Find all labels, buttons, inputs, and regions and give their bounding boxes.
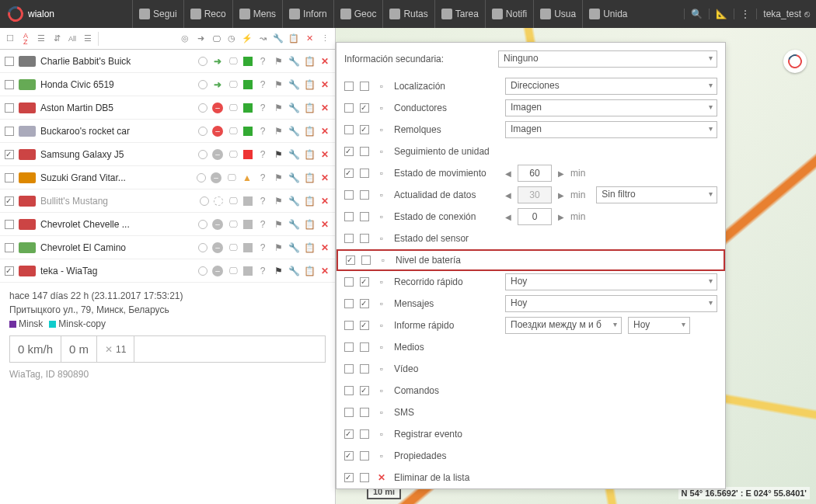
unit-row[interactable]: Honda Civic 6519➜🖵?⚑🔧📋✕	[0, 73, 335, 96]
checkbox-1[interactable]	[344, 473, 354, 482]
checkbox-2[interactable]	[360, 386, 369, 395]
checkbox-1[interactable]	[344, 169, 354, 178]
locate-icon[interactable]	[198, 150, 207, 159]
unit-row[interactable]: Chevrolet El Camino–🖵?⚑🔧📋✕	[0, 236, 335, 259]
nav-rutas[interactable]: Rutas	[382, 0, 434, 28]
nav-segui[interactable]: Segui	[132, 0, 183, 28]
question-icon[interactable]: ?	[257, 242, 268, 253]
all-button[interactable]: All	[65, 32, 79, 46]
checkbox-1[interactable]	[344, 364, 354, 374]
increase-button[interactable]: ▶	[558, 213, 564, 221]
tb-arrow-icon[interactable]: ➜	[194, 32, 207, 46]
unit-row[interactable]: Chevrolet Chevelle ...–🖵?⚑🔧📋✕	[0, 213, 335, 236]
wrench-icon[interactable]: 🔧	[288, 103, 299, 113]
screen-icon[interactable]: 🖵	[228, 56, 239, 67]
checkbox-2[interactable]	[360, 364, 369, 374]
nav-tarea[interactable]: Tarea	[434, 0, 485, 28]
screen-icon[interactable]: 🖵	[228, 126, 239, 137]
locate-icon[interactable]	[198, 220, 207, 229]
checkbox-1[interactable]	[344, 147, 354, 156]
checkbox-2[interactable]	[360, 147, 369, 156]
wrench-icon[interactable]: 🔧	[288, 56, 299, 67]
flag-icon[interactable]: ⚑	[273, 103, 284, 113]
unit-checkbox[interactable]	[5, 127, 14, 136]
locate-icon[interactable]	[198, 80, 207, 89]
checkbox-1[interactable]	[344, 429, 354, 439]
tb-more-icon[interactable]: ⋮	[318, 32, 332, 46]
wrench-icon[interactable]: 🔧	[288, 126, 299, 137]
remove-icon[interactable]: ✕	[319, 103, 330, 113]
unit-row[interactable]: teka - WiaTag–🖵?⚑🔧📋✕	[0, 259, 335, 283]
nav-notifi[interactable]: Notifi	[485, 0, 533, 28]
checkbox-1[interactable]	[344, 125, 354, 134]
setting-select[interactable]: Hoy	[505, 295, 717, 312]
unit-row[interactable]: Samsung Galaxy J5–🖵?⚑🔧📋✕	[0, 143, 335, 166]
checkbox-2[interactable]	[360, 473, 369, 482]
measure-button[interactable]: 📐	[709, 9, 734, 19]
unit-checkbox[interactable]	[5, 243, 14, 252]
flag-icon[interactable]: ⚑	[273, 219, 284, 230]
nav-inforn[interactable]: Inforn	[282, 0, 333, 28]
tb-delete-icon[interactable]: ✕	[302, 32, 316, 46]
tb-clipboard-icon[interactable]: 📋	[287, 32, 301, 46]
nav-mens[interactable]: Mens	[232, 0, 282, 28]
flag-icon[interactable]: ⚑	[273, 126, 284, 137]
wrench-icon[interactable]: 🔧	[288, 79, 299, 90]
clipboard-icon[interactable]: 📋	[304, 79, 315, 90]
checkbox-1[interactable]	[344, 103, 354, 113]
decrease-button[interactable]: ◀	[505, 191, 511, 200]
checkbox-2[interactable]	[361, 255, 371, 265]
unit-checkbox[interactable]	[5, 80, 14, 89]
remove-icon[interactable]: ✕	[319, 242, 330, 253]
setting-select[interactable]: Hoy	[505, 273, 717, 290]
clipboard-icon[interactable]: 📋	[304, 149, 315, 160]
locate-icon[interactable]	[198, 103, 207, 113]
filter-select[interactable]: Sin filtro	[596, 186, 717, 203]
secondary-info-select[interactable]: Ninguno	[498, 50, 717, 68]
setting-select[interactable]: Direcciones	[505, 78, 717, 95]
checkbox-2[interactable]	[360, 103, 369, 113]
locate-icon[interactable]	[198, 243, 207, 252]
screen-icon[interactable]: 🖵	[228, 266, 239, 276]
checkbox-1[interactable]	[344, 190, 354, 200]
user-menu[interactable]: teka_test ⎋	[756, 9, 816, 19]
locate-icon[interactable]	[198, 266, 207, 276]
tb-gauge-icon[interactable]: ◷	[225, 32, 239, 46]
nav-usua[interactable]: Usua	[533, 0, 582, 28]
checkbox-1[interactable]	[344, 342, 354, 352]
unit-checkbox[interactable]	[5, 220, 14, 229]
flag-icon[interactable]: ⚑	[273, 172, 284, 183]
wrench-icon[interactable]: 🔧	[288, 149, 299, 160]
locate-icon[interactable]	[198, 127, 207, 136]
checkbox-1[interactable]	[346, 255, 355, 265]
checkbox-2[interactable]	[360, 321, 369, 330]
menu-button[interactable]: ⋮	[734, 9, 756, 19]
question-icon[interactable]: ?	[257, 149, 268, 160]
screen-icon[interactable]: 🖵	[228, 242, 239, 253]
question-icon[interactable]: ?	[257, 266, 268, 276]
checkbox-1[interactable]	[344, 386, 354, 395]
screen-icon[interactable]: 🖵	[228, 103, 239, 113]
screen-icon[interactable]: 🖵	[228, 219, 239, 230]
checkbox-2[interactable]	[360, 451, 369, 461]
expand-button[interactable]: ⇵	[50, 32, 64, 46]
wrench-icon[interactable]: 🔧	[288, 196, 299, 207]
question-icon[interactable]: ?	[257, 219, 268, 230]
screen-icon[interactable]: 🖵	[226, 172, 237, 183]
checkbox-1[interactable]	[344, 408, 354, 417]
remove-icon[interactable]: ✕	[319, 149, 330, 160]
select-2[interactable]: Hoy	[628, 317, 690, 334]
unit-row[interactable]: Aston Martin DB5–🖵?⚑🔧📋✕	[0, 96, 335, 120]
unit-checkbox[interactable]	[5, 103, 14, 113]
increase-button[interactable]: ▶	[558, 191, 564, 200]
checkbox-2[interactable]	[360, 299, 369, 308]
checkbox-1[interactable]	[344, 234, 354, 243]
clipboard-icon[interactable]: 📋	[304, 196, 315, 207]
question-icon[interactable]: ?	[257, 103, 268, 113]
tb-battery-icon[interactable]: ⚡	[240, 32, 254, 46]
nav-geoc[interactable]: Geoc	[333, 0, 383, 28]
clipboard-icon[interactable]: 📋	[304, 103, 315, 113]
flag-icon[interactable]: ⚑	[273, 149, 284, 160]
number-input[interactable]	[518, 208, 552, 225]
checkbox-2[interactable]	[360, 408, 369, 417]
